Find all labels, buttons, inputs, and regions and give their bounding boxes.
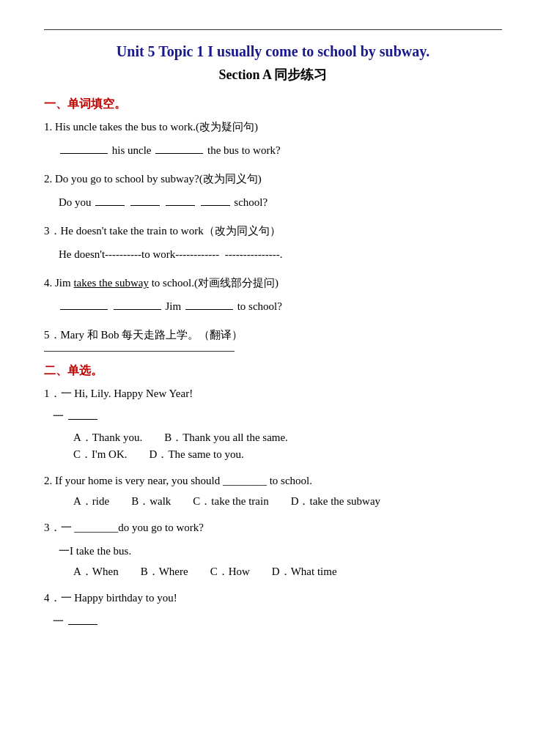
q4-blank2 (114, 298, 161, 310)
q2-blank4 (201, 194, 230, 206)
s2-question-1: 1．一 Hi, Lily. Happy New Year! 一 A．Thank … (44, 385, 502, 462)
s2-question-4: 4．一 Happy birthday to you! 一 (44, 589, 502, 631)
main-title: Unit 5 Topic 1 I usually come to school … (44, 43, 502, 60)
q2-blank3 (166, 194, 195, 206)
q2-blank1 (95, 194, 125, 206)
question-1: 1. His uncle takes the bus to work.(改为疑问… (44, 118, 502, 160)
s2-q2-options: A．ride B．walk C．take the train D．take th… (73, 494, 502, 508)
q1-text: 1. His uncle takes the bus to work.(改为疑问… (44, 118, 502, 137)
s2-question-2: 2. If your home is very near, you should… (44, 472, 502, 509)
q5-text: 5．Mary 和 Bob 每天走路上学。（翻译） (44, 326, 502, 345)
q1-blank1 (60, 142, 108, 154)
q4-blank1 (60, 298, 108, 310)
s2-q1-options: A．Thank you. B．Thank you all the same. (73, 431, 502, 445)
q4-sub: Jim to school? (59, 297, 502, 316)
s2-q1-options2: C．I'm OK. D．The same to you. (73, 448, 502, 462)
s2-q3-optC: C．How (210, 565, 250, 579)
s2-q1-optD: D．The same to you. (150, 448, 244, 462)
q4-blank3 (185, 298, 233, 310)
s2-q3-optB: B．Where (141, 565, 188, 579)
q1-blank2 (155, 142, 203, 154)
s2-q3-optA: A．When (73, 565, 119, 579)
s2-question-3: 3．一 ________do you go to work? 一I take t… (44, 519, 502, 579)
s2-q2-optA: A．ride (73, 494, 109, 508)
question-3: 3．He doesn't take the train to work（改为同义… (44, 222, 502, 264)
s2-q3-optD: D．What time (272, 565, 337, 579)
question-4: 4. Jim takes the subway to school.(对画线部分… (44, 274, 502, 316)
s2-q2-optD: D．take the subway (291, 494, 380, 508)
s2-q1-optA: A．Thank you. (73, 431, 142, 445)
q1-sub: his uncle the bus to work? (59, 141, 502, 160)
sub-title: Section A 同步练习 (44, 66, 502, 84)
s2-q3-prompt: 3．一 ________do you go to work? (44, 519, 502, 538)
s2-q1-prompt2: 一 (53, 407, 502, 426)
q4-underline: takes the subway (73, 277, 148, 289)
s2-q1-optB: B．Thank you all the same. (164, 431, 288, 445)
s2-q3-options: A．When B．Where C．How D．What time (73, 565, 502, 579)
s2-q2-optC: C．take the train (193, 494, 268, 508)
s2-q4-prompt2: 一 (53, 612, 502, 631)
q2-text: 2. Do you go to school by subway?(改为同义句) (44, 170, 502, 189)
section1-label: 一、单词填空。 (44, 97, 502, 112)
s2-q2-optB: B．walk (131, 494, 171, 508)
q2-sub: Do you school? (59, 193, 502, 212)
section2-label: 二、单选。 (44, 363, 502, 379)
s2-q2-prompt: 2. If your home is very near, you should… (44, 472, 502, 491)
s2-q1-blank (68, 408, 97, 420)
q5-answer-line (44, 351, 235, 352)
top-divider (44, 29, 502, 30)
q3-text: 3．He doesn't take the train to work（改为同义… (44, 222, 502, 241)
s2-q4-blank (68, 613, 97, 625)
s2-q4-prompt: 4．一 Happy birthday to you! (44, 589, 502, 608)
q4-text: 4. Jim takes the subway to school.(对画线部分… (44, 274, 502, 293)
question-5: 5．Mary 和 Bob 每天走路上学。（翻译） (44, 326, 502, 352)
q3-sub: He doesn't----------to work------------ … (59, 245, 502, 264)
q2-blank2 (130, 194, 160, 206)
s2-q1-prompt: 1．一 Hi, Lily. Happy New Year! (44, 385, 502, 404)
s2-q3-prompt2: 一I take the bus. (59, 542, 502, 561)
s2-q1-optC: C．I'm OK. (73, 448, 128, 462)
question-2: 2. Do you go to school by subway?(改为同义句)… (44, 170, 502, 212)
